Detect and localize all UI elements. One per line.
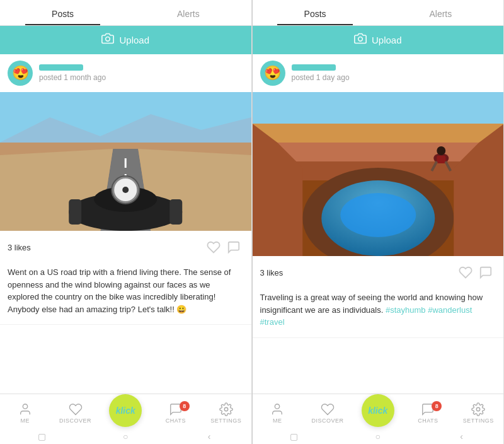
bottom-nav-left: ME DISCOVER klick 8 CHATS [0,394,251,444]
top-nav-left: Posts Alerts [0,0,251,26]
android-circle-left[interactable]: ○ [118,429,132,443]
nav-label-chats-right: CHATS [418,418,438,424]
svg-rect-31 [437,156,445,163]
right-panel: Posts Alerts Upload 😍 posted 1 day [253,0,505,444]
nav-label-me-left: ME [21,418,30,424]
android-circle-right[interactable]: ○ [371,429,385,443]
nav-item-settings-right[interactable]: SETTINGS [453,402,503,424]
upload-label-right: Upload [372,35,402,45]
comment-button-right-1[interactable] [476,262,496,283]
svg-point-30 [437,146,445,155]
avatar-left-1: 😍 [8,61,33,86]
svg-point-17 [358,37,363,42]
left-panel: Posts Alerts Upload 😍 posted 1 mont [0,0,252,444]
camera-icon-right [354,32,367,48]
nav-label-me-right: ME [273,418,282,424]
tab-posts-left[interactable]: Posts [0,0,125,25]
klick-button-right[interactable]: klick [362,394,394,427]
upload-label-left: Upload [119,35,149,45]
nav-label-discover-right: DISCOVER [312,418,344,424]
canyon-image-svg [253,92,504,256]
discover-icon-right [321,402,335,416]
nav-label-settings-left: SETTINGS [210,418,241,424]
bottom-nav-right: ME DISCOVER klick 8 CHATS [253,394,504,444]
klick-label-right: klick [368,406,387,416]
android-back-left[interactable]: ‹ [202,429,216,443]
nav-item-settings-left[interactable]: SETTINGS [201,402,251,424]
nav-icons-right: ME DISCOVER klick 8 CHATS [253,394,504,427]
svg-point-14 [122,187,129,193]
top-nav-right: Posts Alerts [253,0,504,26]
upload-bar-left[interactable]: Upload [0,26,251,54]
svg-point-25 [340,193,416,237]
me-icon-left [18,402,32,416]
content-scroll-left[interactable]: 😍 posted 1 month ago [0,54,251,394]
likes-count-left-1: 3 likes [8,243,203,252]
chat-badge-left: 8 [180,401,190,411]
me-icon-right [270,402,284,416]
heart-button-left-1[interactable] [203,237,224,257]
klick-button-left[interactable]: klick [109,394,142,427]
likes-count-right-1: 3 likes [260,268,456,278]
svg-rect-9 [69,199,81,225]
android-back-right[interactable]: ‹ [455,429,469,443]
post-meta-left-1: posted 1 month ago [39,64,106,82]
avatar-right-1: 😍 [260,61,285,86]
username-bar-left-1 [39,64,83,71]
nav-item-chats-right[interactable]: 8 CHATS [403,402,454,424]
nav-label-discover-left: DISCOVER [59,418,91,424]
upload-bar-right[interactable]: Upload [253,26,504,54]
android-nav-right: ▢ ○ ‹ [253,427,504,444]
username-bar-right-1 [292,64,336,71]
svg-point-0 [106,37,110,42]
nav-item-discover-right[interactable]: DISCOVER [302,402,353,424]
tab-posts-right[interactable]: Posts [253,0,378,25]
nav-item-me-right[interactable]: ME [253,402,303,424]
nav-label-chats-left: CHATS [166,418,186,424]
settings-icon-right [471,402,485,416]
post-actions-left-1: 3 likes [0,231,251,264]
android-square-left[interactable]: ▢ [35,429,49,443]
post-header-right-1: 😍 posted 1 day ago [253,54,504,92]
svg-point-34 [275,404,280,409]
post-caption-right-1: Traveling is a great way of seeing the w… [253,289,504,337]
nav-item-me-left[interactable]: ME [0,402,50,424]
nav-label-settings-right: SETTINGS [463,418,494,424]
android-square-right[interactable]: ▢ [287,429,301,443]
post-actions-right-1: 3 likes [253,256,504,289]
svg-point-15 [23,404,27,409]
post-time-right-1: posted 1 day ago [292,73,350,82]
camera-icon-left [101,32,114,48]
post-time-left-1: posted 1 month ago [39,73,106,82]
android-nav-left: ▢ ○ ‹ [0,427,251,444]
discover-icon-left [69,402,83,416]
svg-rect-26 [253,124,504,143]
tab-alerts-right[interactable]: Alerts [378,0,503,25]
post-card-left-1: 😍 posted 1 month ago [0,54,251,325]
content-scroll-right[interactable]: 😍 posted 1 day ago [253,54,504,394]
motorcycle-image-svg [0,92,251,231]
post-caption-left-1: Went on a US road trip with a friend liv… [0,264,251,324]
post-meta-right-1: posted 1 day ago [292,64,350,82]
post-image-left-1 [0,92,251,231]
nav-icons-left: ME DISCOVER klick 8 CHATS [0,394,251,427]
svg-point-16 [224,407,228,411]
klick-label-left: klick [116,406,135,416]
nav-item-chats-left[interactable]: 8 CHATS [151,402,201,424]
chat-badge-right: 8 [432,401,442,411]
nav-item-center-right[interactable]: klick [353,399,403,427]
post-image-right-1 [253,92,504,256]
settings-icon-left [219,402,233,416]
post-header-left-1: 😍 posted 1 month ago [0,54,251,92]
svg-point-35 [476,407,480,411]
tab-alerts-left[interactable]: Alerts [125,0,251,25]
nav-item-center-left[interactable]: klick [100,399,151,427]
heart-button-right-1[interactable] [455,262,476,283]
svg-rect-10 [169,199,182,225]
post-card-right-1: 😍 posted 1 day ago [253,54,504,338]
comment-button-left-1[interactable] [224,237,244,257]
nav-item-discover-left[interactable]: DISCOVER [50,402,101,424]
